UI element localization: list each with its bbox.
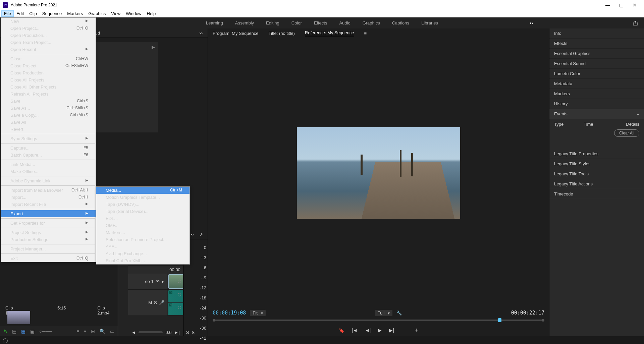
minimize-button[interactable]: — [601, 0, 614, 10]
solo-left-icon[interactable]: S [186, 330, 189, 335]
menu-item-close-all-projects[interactable]: Close All Projects [1, 76, 96, 83]
workspace-audio[interactable]: Audio [339, 19, 350, 27]
add-icon[interactable]: + [415, 327, 419, 334]
maximize-button[interactable]: ▢ [614, 0, 628, 10]
source-tabs-overflow-icon[interactable]: ›› [199, 31, 203, 36]
track-head-v1[interactable]: eo 1 👁 ▸ [128, 274, 167, 289]
menu-item-open-recent[interactable]: Open Recent▶ [1, 46, 96, 53]
panel-markers[interactable]: Markers [549, 89, 644, 99]
clear-all-button[interactable]: Clear All [614, 129, 639, 137]
workspace-effects[interactable]: Effects [314, 19, 327, 27]
keyframe-icon[interactable] [178, 280, 181, 283]
menu-item-media[interactable]: Media...Ctrl+M [96, 187, 190, 194]
workspace-libraries[interactable]: Libraries [421, 19, 438, 27]
panel-legacy-title-tools[interactable]: Legacy Title Tools [549, 169, 644, 179]
share-icon[interactable] [633, 20, 638, 26]
panel-info[interactable]: Info [549, 28, 644, 39]
workspace-color[interactable]: Color [291, 19, 302, 27]
tab-title[interactable]: Title: (no title) [269, 31, 295, 36]
timeline-ruler[interactable]: :00:00 00:00:04:23 00:00:09:23 00:00:14:… [128, 266, 183, 274]
keyframe-icon[interactable] [178, 306, 181, 309]
menu-sequence[interactable]: Sequence [40, 10, 65, 17]
tab-reference[interactable]: Reference: My Sequence [305, 30, 354, 36]
panel-legacy-title-actions[interactable]: Legacy Title Actions [549, 179, 644, 189]
mic-icon[interactable]: 🎤 [159, 300, 164, 305]
freeform-view-icon[interactable]: ▣ [30, 329, 35, 334]
menu-item-save-a-copy[interactable]: Save a Copy...Ctrl+Alt+S [1, 112, 96, 119]
panel-history[interactable]: History [549, 99, 644, 109]
menu-graphics[interactable]: Graphics [86, 10, 108, 17]
menu-item-capture[interactable]: Capture...F5 [1, 145, 96, 152]
track-options-icon[interactable]: ▸ [162, 279, 164, 284]
cycle-icon[interactable]: •› [191, 232, 194, 237]
eye-icon[interactable]: 👁 [156, 279, 160, 284]
menu-item-import[interactable]: Import...Ctrl+I [1, 194, 96, 201]
menu-item-open-project[interactable]: Open Project...Ctrl+O [1, 25, 96, 32]
panel-legacy-title-styles[interactable]: Legacy Title Styles [549, 159, 644, 169]
track-head-a1[interactable]: M S 🎤 [128, 290, 167, 316]
program-frame[interactable] [297, 127, 460, 219]
menu-item-open-team-project[interactable]: Open Team Project... [1, 39, 96, 46]
menu-item-project-manager[interactable]: Project Manager... [1, 245, 96, 252]
goto-in-icon[interactable]: |◄ [352, 328, 358, 333]
wrench-icon[interactable]: 🔧 [396, 310, 402, 316]
search-icon[interactable]: 🔍 [100, 329, 105, 334]
panel-essential-sound[interactable]: Essential Sound [549, 59, 644, 69]
chevron-down-icon[interactable]: ▾ [84, 329, 86, 334]
icon-view-icon[interactable]: ▦ [21, 329, 25, 334]
zoom-out-icon[interactable]: ◄ [131, 330, 136, 335]
mute-icon[interactable]: M [148, 300, 152, 305]
menu-item-sync-settings[interactable]: Sync Settings▶ [1, 135, 96, 142]
menu-help[interactable]: Help [144, 10, 159, 17]
program-tab-menu-icon[interactable]: ≡ [364, 31, 367, 36]
fit-dropdown[interactable]: Fit ▾ [250, 310, 265, 316]
program-scrubber[interactable] [213, 318, 544, 324]
menu-item-close-project[interactable]: Close ProjectCtrl+Shift+W [1, 62, 96, 69]
menu-item-new[interactable]: New▶ [1, 18, 96, 25]
zoom-slider[interactable]: ○─── [39, 329, 52, 334]
menu-clip[interactable]: Clip [26, 10, 39, 17]
new-bin-icon[interactable]: ▭ [110, 329, 114, 334]
menu-item-open-production[interactable]: Open Production... [1, 32, 96, 39]
panel-metadata[interactable]: Metadata [549, 79, 644, 89]
menu-file[interactable]: File [1, 10, 14, 17]
clip2-name[interactable]: Clip 2.mp4 [97, 305, 118, 316]
goto-end-icon[interactable]: ►| [174, 330, 179, 335]
add-marker-icon[interactable]: 🔖 [338, 328, 344, 333]
workspace-captions[interactable]: Captions [392, 19, 409, 27]
creative-cloud-icon[interactable]: ◯ [3, 338, 8, 343]
step-forward-icon[interactable]: ▶| [389, 328, 394, 333]
solo-icon[interactable]: S [154, 300, 157, 305]
clip1-thumbnail[interactable] [7, 311, 30, 324]
workspace-overflow-icon[interactable]: ›› [530, 20, 533, 25]
menu-item-save[interactable]: SaveCtrl+S [1, 98, 96, 105]
panel-lumetri-color[interactable]: Lumetri Color [549, 69, 644, 79]
solo-right-icon[interactable]: S [192, 330, 195, 335]
write-icon[interactable]: ✎ [3, 329, 7, 334]
timeline-audio-clip-r[interactable]: R [168, 303, 183, 315]
workspace-editing[interactable]: Editing [266, 19, 279, 27]
close-button[interactable]: ✕ [628, 0, 641, 10]
play-icon[interactable]: ▶ [378, 328, 382, 333]
menu-item-save-all[interactable]: Save All [1, 119, 96, 126]
workspace-graphics[interactable]: Graphics [363, 19, 380, 27]
workspace-assembly[interactable]: Assembly [235, 19, 254, 27]
panel-events[interactable]: Events≡ [549, 109, 644, 119]
panel-essential-graphics[interactable]: Essential Graphics [549, 49, 644, 59]
panel-timecode[interactable]: Timecode [549, 189, 644, 199]
menu-item-project-settings[interactable]: Project Settings▶ [1, 229, 96, 236]
tab-program[interactable]: Program: My Sequence [213, 31, 259, 36]
menu-edit[interactable]: Edit [14, 10, 26, 17]
menu-markers[interactable]: Markers [64, 10, 86, 17]
keyframe-icon[interactable] [178, 293, 181, 296]
export-frame-icon[interactable]: ↗ [199, 232, 203, 237]
sort-icon[interactable]: ≡ [76, 329, 79, 334]
panel-legacy-title-properties[interactable]: Legacy Title Properties [549, 149, 644, 159]
timeline-audio-clip-l[interactable]: fx [168, 290, 183, 302]
step-back-icon[interactable]: ◄| [365, 328, 371, 333]
menu-item-get-properties-for[interactable]: Get Properties for▶ [1, 220, 96, 227]
menu-view[interactable]: View [108, 10, 123, 17]
menu-item-exit[interactable]: ExitCtrl+Q [1, 255, 96, 262]
program-current-timecode[interactable]: 00:00:19:08 [213, 310, 246, 316]
automate-icon[interactable]: ⊞ [91, 329, 95, 334]
